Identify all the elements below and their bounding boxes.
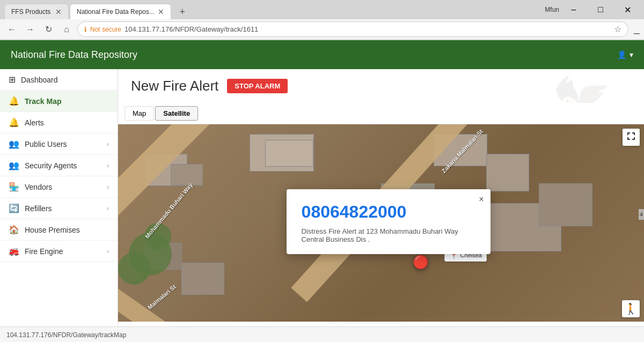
building-10 [486,154,529,191]
building-7 [181,263,224,295]
user-dropdown-arrow: ▾ [630,50,633,59]
sidebar-item-security-agents[interactable]: 👥 Security Agents ‹ [0,155,118,176]
browser-tab-nfdr[interactable]: National Fire Data Repos... ✕ [70,4,171,19]
sidebar-label-vendors: Vendors [25,183,107,191]
sidebar-item-alerts[interactable]: 🔔 Alerts [0,112,118,133]
sidebar-item-track-map[interactable]: 🔔 Track Map [0,91,118,112]
url-text: 104.131.77.176/NFDR/Gateway/track/1611 [125,25,611,33]
fullscreen-icon [627,132,635,140]
sidebar-label-security-agents: Security Agents [25,161,107,170]
sidebar-item-fire-engine[interactable]: 🚒 Fire Engine ‹ [0,241,118,262]
vendors-arrow: ‹ [107,183,109,191]
security-agents-icon: 👥 [9,160,19,170]
security-icon: ℹ [84,26,87,33]
sidebar-item-dashboard[interactable]: ⊞ Dashboard [0,69,118,91]
fire-marker: 🔴 [413,255,429,270]
close-button[interactable]: ✕ [615,2,640,17]
main-content: New Fire Alert STOP ALARM 🦅 Map Satellit… [118,69,644,326]
forward-button[interactable]: → [23,22,38,37]
app-header: National Fire Data Repository 👤 ▾ [0,40,644,69]
status-bar: 104.131.77.176/NFDR/Gateway/trackMap [0,326,644,342]
street-view-icon[interactable]: 🚶 [622,300,640,317]
fire-alert-popup: × 08064822000 Distress Fire Alert at 123… [287,189,491,254]
page-header: New Fire Alert STOP ALARM 🦅 [118,69,644,103]
maximize-button[interactable]: □ [588,2,613,17]
user-menu[interactable]: 👤 ▾ [617,50,633,59]
sidebar-item-public-users[interactable]: 👥 Public Users ‹ [0,133,118,155]
sidebar-item-vendors[interactable]: 🏪 Vendors ‹ [0,176,118,198]
fire-engine-icon: 🚒 [9,246,19,256]
popup-close-button[interactable]: × [479,195,484,204]
tab-nfdr-close[interactable]: ✕ [158,8,164,16]
public-users-icon: 👥 [9,139,19,149]
map-tab-map[interactable]: Map [125,106,154,121]
public-users-arrow: ‹ [107,140,109,148]
tab-nfdr-title: National Fire Data Repos... [77,8,155,16]
browser-controls: ← → ↻ ⌂ ℹ Not secure 104.131.77.176/NFDR… [0,19,644,40]
bookmark-icon[interactable]: ☆ [614,24,621,34]
app-body: ⊞ Dashboard 🔔 Track Map 🔔 Alerts 👥 Publi… [0,69,644,326]
page-title: New Fire Alert [131,78,218,94]
track-map-icon: 🔔 [9,96,19,106]
sidebar-label-fire-engine: Fire Engine [25,247,107,256]
tab-bar: FFS Products ✕ National Fire Data Repos.… [0,0,644,19]
tab-ffs-close[interactable]: ✕ [55,8,62,16]
pegman-icon: 🚶 [624,303,638,315]
alerts-icon: 🔔 [9,117,19,128]
sidebar-label-alerts: Alerts [25,118,109,127]
map-container: Map Satellite [118,103,644,323]
browser-top-bar: FFS Products ✕ National Fire Data Repos.… [0,0,644,40]
minimize-button[interactable]: – [561,2,586,17]
building-2 [171,164,203,185]
status-url: 104.131.77.176/NFDR/Gateway/trackMap [6,331,126,339]
house-premises-icon: 🏠 [9,225,19,235]
fullscreen-button[interactable] [623,129,640,146]
popup-description: Distress Fire Alert at 123 Mohammadu Buh… [302,227,475,243]
sidebar-item-refillers[interactable]: 🔄 Refillers ‹ [0,198,118,219]
stop-alarm-button[interactable]: STOP ALARM [227,79,288,93]
fire-marker-icon: 🔴 [413,255,429,269]
map-view[interactable]: Mohammadu Buhari Way Zakaria Malmalari S… [118,124,644,322]
map-tab-satellite[interactable]: Satellite [155,106,198,121]
building-11 [539,183,592,226]
sidebar-item-house-premises[interactable]: 🏠 House Premises [0,219,118,241]
tab-ffs-title: FFS Products [11,8,52,16]
sidebar-label-dashboard: Dashboard [21,76,109,84]
popup-phone-number: 08064822000 [302,202,475,222]
building-4 [265,140,313,167]
not-secure-label: Not secure [90,26,121,33]
refillers-icon: 🔄 [9,203,19,213]
app-title: National Fire Data Repository [11,49,137,61]
sidebar-label-house-premises: House Premises [25,226,109,234]
user-avatar-icon: 👤 [617,50,626,59]
address-bar[interactable]: ℹ Not secure 104.131.77.176/NFDR/Gateway… [77,21,628,37]
back-button[interactable]: ← [4,22,19,37]
fire-engine-arrow: ‹ [107,248,109,255]
veg-2 [118,252,150,285]
profile-label: Mfun [545,6,559,13]
refillers-arrow: ‹ [107,205,109,212]
new-tab-button[interactable]: + [174,4,191,19]
home-button[interactable]: ⌂ [59,22,74,37]
sidebar: ⊞ Dashboard 🔔 Track Map 🔔 Alerts 👥 Publi… [0,69,118,326]
refresh-button[interactable]: ↻ [41,22,56,37]
dashboard-icon: ⊞ [9,75,16,85]
extensions-icon[interactable]: ⎯ [634,24,640,35]
sidebar-label-public-users: Public Users [25,140,107,148]
sidebar-label-refillers: Refillers [25,204,107,213]
sidebar-label-track-map: Track Map [25,97,109,106]
zoom-indicator: 4 [639,209,644,220]
map-tab-bar: Map Satellite [118,103,644,124]
vendors-icon: 🏪 [9,182,19,192]
security-agents-arrow: ‹ [107,162,109,169]
browser-tab-ffs[interactable]: FFS Products ✕ [4,4,69,19]
